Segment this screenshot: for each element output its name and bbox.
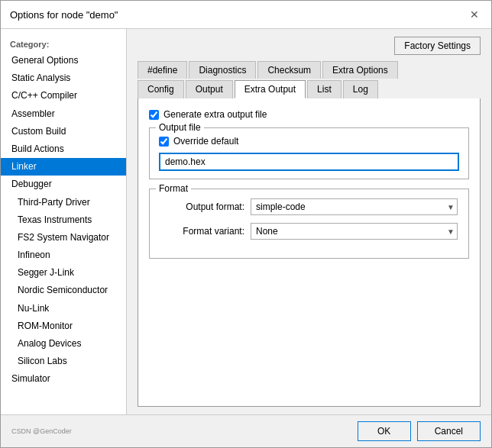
format-group: Format Output format: simple-code Intel … bbox=[149, 189, 469, 259]
category-label: Category: bbox=[1, 37, 126, 52]
sidebar-item-static-analysis[interactable]: Static Analysis bbox=[1, 69, 126, 87]
sidebar-item-nordic-semiconductor[interactable]: Nordic Semiconductor bbox=[1, 282, 126, 299]
dialog: Options for node "demo" ✕ Category: Gene… bbox=[0, 0, 492, 448]
sidebar-item-build-actions[interactable]: Build Actions bbox=[1, 140, 126, 158]
output-format-select-wrapper: simple-code Intel extended Motorola Raw … bbox=[251, 198, 458, 215]
tabs-row-2: Config Output Extra Output List Log bbox=[138, 80, 481, 98]
close-button[interactable]: ✕ bbox=[467, 7, 482, 22]
sidebar-item-assembler[interactable]: Assembler bbox=[1, 105, 126, 123]
tabs-row-1: #define Diagnostics Checksum Extra Optio… bbox=[138, 61, 481, 79]
sidebar-item-simulator[interactable]: Simulator bbox=[1, 370, 126, 388]
right-panel: Factory Settings #define Diagnostics Che… bbox=[127, 29, 491, 414]
generate-extra-output-checkbox[interactable] bbox=[149, 110, 159, 120]
output-file-group: Output file Override default bbox=[149, 127, 469, 179]
sidebar-item-infineon[interactable]: Infineon bbox=[1, 247, 126, 264]
dialog-footer: CSDN @GenCoder OK Cancel bbox=[1, 414, 491, 447]
tab-extra-options[interactable]: Extra Options bbox=[322, 61, 398, 79]
format-variant-label: Format variant: bbox=[160, 226, 244, 237]
sidebar-item-silicon-labs[interactable]: Silicon Labs bbox=[1, 353, 126, 370]
title-bar: Options for node "demo" ✕ bbox=[1, 1, 491, 29]
tab-diagnostics[interactable]: Diagnostics bbox=[189, 61, 256, 79]
sidebar-item-general-options[interactable]: General Options bbox=[1, 52, 126, 69]
sidebar-item-texas-instruments[interactable]: Texas Instruments bbox=[1, 211, 126, 229]
override-default-row: Override default bbox=[159, 136, 459, 147]
tab-output[interactable]: Output bbox=[186, 80, 233, 98]
sidebar-item-nu-link[interactable]: Nu-Link bbox=[1, 300, 126, 317]
output-format-row: Output format: simple-code Intel extende… bbox=[160, 198, 458, 215]
tab-log[interactable]: Log bbox=[343, 80, 378, 98]
watermark: CSDN @GenCoder bbox=[11, 427, 72, 435]
tab-extra-output[interactable]: Extra Output bbox=[235, 80, 306, 98]
override-default-label: Override default bbox=[173, 136, 238, 147]
sidebar-item-third-party-driver[interactable]: Third-Party Driver bbox=[1, 194, 126, 211]
sidebar-item-fs2-system-navigator[interactable]: FS2 System Navigator bbox=[1, 229, 126, 247]
generate-extra-output-row: Generate extra output file bbox=[149, 109, 469, 120]
format-variant-row: Format variant: None Option 1 Option 2 ▼ bbox=[160, 223, 458, 240]
filename-input[interactable] bbox=[159, 153, 459, 171]
sidebar-item-segger-jlink[interactable]: Segger J-Link bbox=[1, 264, 126, 282]
cancel-button[interactable]: Cancel bbox=[417, 421, 481, 441]
factory-settings-row: Factory Settings bbox=[138, 37, 481, 55]
output-file-group-title: Output file bbox=[156, 122, 204, 133]
tab-list[interactable]: List bbox=[307, 80, 341, 98]
sidebar-item-custom-build[interactable]: Custom Build bbox=[1, 123, 126, 140]
format-variant-select-wrapper: None Option 1 Option 2 ▼ bbox=[251, 223, 458, 240]
sidebar-item-linker[interactable]: Linker bbox=[1, 158, 126, 176]
tab-config[interactable]: Config bbox=[138, 80, 184, 98]
tab-checksum[interactable]: Checksum bbox=[257, 61, 321, 79]
tab-define[interactable]: #define bbox=[138, 61, 187, 79]
format-variant-select[interactable]: None Option 1 Option 2 bbox=[251, 223, 458, 240]
override-default-checkbox[interactable] bbox=[159, 137, 169, 147]
ok-button[interactable]: OK bbox=[358, 421, 411, 441]
dialog-body: Category: General Options Static Analysi… bbox=[1, 29, 491, 414]
factory-settings-button[interactable]: Factory Settings bbox=[394, 37, 481, 55]
sidebar-item-cpp-compiler[interactable]: C/C++ Compiler bbox=[1, 87, 126, 105]
left-panel: Category: General Options Static Analysi… bbox=[1, 29, 127, 414]
format-group-title: Format bbox=[156, 183, 191, 194]
output-format-select[interactable]: simple-code Intel extended Motorola Raw … bbox=[251, 198, 458, 215]
sidebar-item-analog-devices[interactable]: Analog Devices bbox=[1, 335, 126, 353]
sidebar-item-rom-monitor[interactable]: ROM-Monitor bbox=[1, 317, 126, 335]
sidebar-item-debugger[interactable]: Debugger bbox=[1, 176, 126, 193]
dialog-title: Options for node "demo" bbox=[10, 9, 118, 21]
output-format-label: Output format: bbox=[160, 201, 244, 212]
generate-extra-output-label: Generate extra output file bbox=[163, 109, 267, 120]
content-area: Generate extra output file Output file O… bbox=[138, 98, 481, 407]
